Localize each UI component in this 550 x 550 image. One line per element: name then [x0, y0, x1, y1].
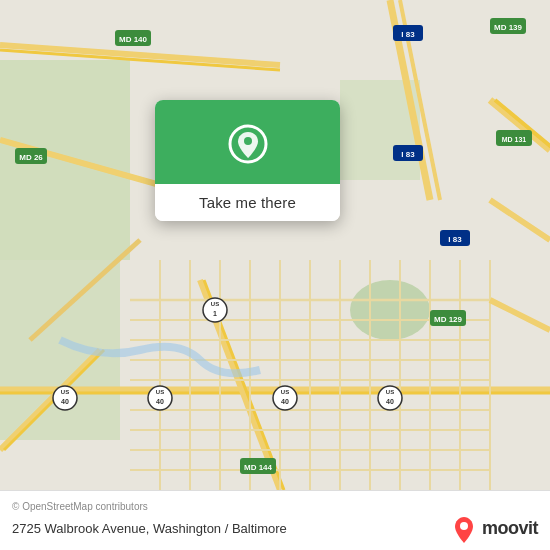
svg-point-77: [460, 522, 468, 530]
svg-text:US: US: [386, 389, 394, 395]
svg-text:MD 144: MD 144: [244, 463, 273, 472]
svg-text:I 83: I 83: [448, 235, 462, 244]
svg-text:US: US: [61, 389, 69, 395]
svg-point-76: [244, 137, 252, 145]
svg-text:40: 40: [386, 398, 394, 405]
svg-text:1: 1: [213, 310, 217, 317]
svg-text:MD 129: MD 129: [434, 315, 463, 324]
take-me-there-button[interactable]: Take me there: [155, 184, 340, 221]
location-popup: Take me there: [155, 100, 340, 221]
svg-text:MD 140: MD 140: [119, 35, 148, 44]
svg-point-4: [350, 280, 430, 340]
popup-header: [155, 100, 340, 184]
map-container: MD 129 MD 144 I 83 I 83 I 83 MD 139 MD 1…: [0, 0, 550, 490]
svg-text:I 83: I 83: [401, 30, 415, 39]
svg-text:US: US: [156, 389, 164, 395]
svg-text:40: 40: [61, 398, 69, 405]
svg-text:40: 40: [156, 398, 164, 405]
copyright-text: © OpenStreetMap contributors: [12, 501, 538, 512]
svg-text:MD 139: MD 139: [494, 23, 523, 32]
svg-text:US: US: [211, 301, 219, 307]
svg-text:US: US: [281, 389, 289, 395]
svg-text:I 83: I 83: [401, 150, 415, 159]
location-pin-icon: [226, 122, 270, 166]
bottom-bar: © OpenStreetMap contributors 2725 Walbro…: [0, 490, 550, 550]
svg-text:MD 131: MD 131: [502, 136, 527, 143]
map-background: MD 129 MD 144 I 83 I 83 I 83 MD 139 MD 1…: [0, 0, 550, 490]
moovit-pin-icon: [450, 515, 478, 543]
svg-text:MD 26: MD 26: [19, 153, 43, 162]
bottom-info-row: 2725 Walbrook Avenue, Washington / Balti…: [12, 515, 538, 543]
moovit-logo: moovit: [450, 515, 538, 543]
svg-text:40: 40: [281, 398, 289, 405]
moovit-brand-text: moovit: [482, 518, 538, 539]
address-text: 2725 Walbrook Avenue, Washington / Balti…: [12, 521, 287, 536]
